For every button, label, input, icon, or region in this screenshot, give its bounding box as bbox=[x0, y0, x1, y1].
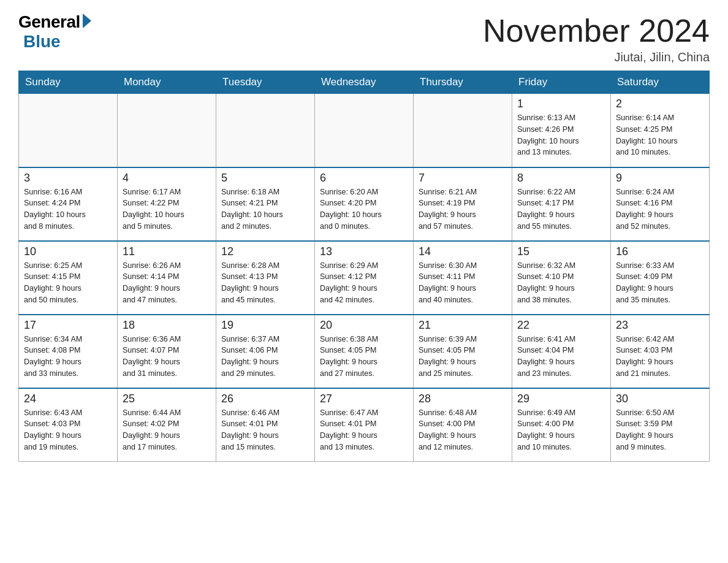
calendar-week-2: 3Sunrise: 6:16 AMSunset: 4:24 PMDaylight… bbox=[19, 167, 710, 241]
calendar-week-5: 24Sunrise: 6:43 AMSunset: 4:03 PMDayligh… bbox=[19, 388, 710, 462]
day-number: 4 bbox=[123, 172, 211, 185]
calendar-cell: 6Sunrise: 6:20 AMSunset: 4:20 PMDaylight… bbox=[315, 167, 414, 241]
weekday-header-sunday: Sunday bbox=[19, 71, 118, 94]
day-number: 23 bbox=[616, 319, 704, 332]
day-info: Sunrise: 6:43 AMSunset: 4:03 PMDaylight:… bbox=[24, 407, 112, 453]
calendar-cell: 7Sunrise: 6:21 AMSunset: 4:19 PMDaylight… bbox=[414, 167, 512, 241]
day-number: 15 bbox=[517, 245, 605, 258]
day-info: Sunrise: 6:25 AMSunset: 4:15 PMDaylight:… bbox=[24, 260, 112, 306]
calendar-cell: 16Sunrise: 6:33 AMSunset: 4:09 PMDayligh… bbox=[611, 241, 710, 315]
title-section: November 2024 Jiutai, Jilin, China bbox=[483, 12, 710, 64]
calendar: SundayMondayTuesdayWednesdayThursdayFrid… bbox=[18, 71, 710, 462]
weekday-header-thursday: Thursday bbox=[414, 71, 512, 94]
day-info: Sunrise: 6:20 AMSunset: 4:20 PMDaylight:… bbox=[320, 186, 408, 232]
day-info: Sunrise: 6:34 AMSunset: 4:08 PMDaylight:… bbox=[24, 334, 112, 380]
day-number: 17 bbox=[24, 319, 112, 332]
day-number: 29 bbox=[517, 393, 605, 405]
calendar-cell: 11Sunrise: 6:26 AMSunset: 4:14 PMDayligh… bbox=[118, 241, 216, 315]
calendar-cell: 30Sunrise: 6:50 AMSunset: 3:59 PMDayligh… bbox=[611, 388, 710, 462]
calendar-cell: 9Sunrise: 6:24 AMSunset: 4:16 PMDaylight… bbox=[611, 167, 710, 241]
day-number: 27 bbox=[320, 393, 408, 405]
day-info: Sunrise: 6:47 AMSunset: 4:01 PMDaylight:… bbox=[320, 407, 408, 453]
calendar-cell: 12Sunrise: 6:28 AMSunset: 4:13 PMDayligh… bbox=[216, 241, 315, 315]
day-number: 13 bbox=[320, 245, 408, 258]
calendar-cell: 18Sunrise: 6:36 AMSunset: 4:07 PMDayligh… bbox=[118, 315, 216, 388]
calendar-cell: 25Sunrise: 6:44 AMSunset: 4:02 PMDayligh… bbox=[118, 388, 216, 462]
calendar-cell: 8Sunrise: 6:22 AMSunset: 4:17 PMDaylight… bbox=[512, 167, 611, 241]
calendar-cell bbox=[19, 94, 118, 167]
day-number: 19 bbox=[221, 319, 309, 332]
day-info: Sunrise: 6:39 AMSunset: 4:05 PMDaylight:… bbox=[419, 334, 507, 380]
calendar-cell: 2Sunrise: 6:14 AMSunset: 4:25 PMDaylight… bbox=[611, 94, 710, 167]
calendar-cell bbox=[414, 94, 512, 167]
day-info: Sunrise: 6:42 AMSunset: 4:03 PMDaylight:… bbox=[616, 334, 704, 380]
day-info: Sunrise: 6:30 AMSunset: 4:11 PMDaylight:… bbox=[419, 260, 507, 306]
calendar-cell: 1Sunrise: 6:13 AMSunset: 4:26 PMDaylight… bbox=[512, 94, 611, 167]
month-title: November 2024 bbox=[483, 12, 710, 49]
day-info: Sunrise: 6:38 AMSunset: 4:05 PMDaylight:… bbox=[320, 334, 408, 380]
calendar-cell: 20Sunrise: 6:38 AMSunset: 4:05 PMDayligh… bbox=[315, 315, 414, 388]
calendar-cell bbox=[315, 94, 414, 167]
calendar-cell bbox=[216, 94, 315, 167]
weekday-header-tuesday: Tuesday bbox=[216, 71, 315, 94]
calendar-cell: 22Sunrise: 6:41 AMSunset: 4:04 PMDayligh… bbox=[512, 315, 611, 388]
calendar-cell: 24Sunrise: 6:43 AMSunset: 4:03 PMDayligh… bbox=[19, 388, 118, 462]
day-number: 11 bbox=[123, 245, 211, 258]
calendar-cell: 15Sunrise: 6:32 AMSunset: 4:10 PMDayligh… bbox=[512, 241, 611, 315]
day-info: Sunrise: 6:33 AMSunset: 4:09 PMDaylight:… bbox=[616, 260, 704, 306]
day-info: Sunrise: 6:29 AMSunset: 4:12 PMDaylight:… bbox=[320, 260, 408, 306]
day-number: 30 bbox=[616, 393, 704, 405]
day-info: Sunrise: 6:21 AMSunset: 4:19 PMDaylight:… bbox=[419, 186, 507, 232]
day-info: Sunrise: 6:16 AMSunset: 4:24 PMDaylight:… bbox=[24, 186, 112, 232]
day-number: 10 bbox=[24, 245, 112, 258]
day-number: 16 bbox=[616, 245, 704, 258]
calendar-week-4: 17Sunrise: 6:34 AMSunset: 4:08 PMDayligh… bbox=[19, 315, 710, 388]
location: Jiutai, Jilin, China bbox=[483, 50, 710, 64]
day-info: Sunrise: 6:14 AMSunset: 4:25 PMDaylight:… bbox=[616, 112, 704, 158]
day-number: 20 bbox=[320, 319, 408, 332]
day-number: 9 bbox=[616, 172, 704, 185]
page-header: General Blue November 2024 Jiutai, Jilin… bbox=[18, 12, 710, 64]
calendar-cell bbox=[118, 94, 216, 167]
calendar-cell: 19Sunrise: 6:37 AMSunset: 4:06 PMDayligh… bbox=[216, 315, 315, 388]
day-number: 22 bbox=[517, 319, 605, 332]
day-info: Sunrise: 6:46 AMSunset: 4:01 PMDaylight:… bbox=[221, 407, 309, 453]
day-number: 8 bbox=[517, 172, 605, 185]
logo-top: General bbox=[18, 12, 91, 32]
calendar-cell: 28Sunrise: 6:48 AMSunset: 4:00 PMDayligh… bbox=[414, 388, 512, 462]
day-info: Sunrise: 6:28 AMSunset: 4:13 PMDaylight:… bbox=[221, 260, 309, 306]
calendar-cell: 17Sunrise: 6:34 AMSunset: 4:08 PMDayligh… bbox=[19, 315, 118, 388]
day-number: 26 bbox=[221, 393, 309, 405]
day-number: 7 bbox=[419, 172, 507, 185]
day-info: Sunrise: 6:17 AMSunset: 4:22 PMDaylight:… bbox=[123, 186, 211, 232]
calendar-cell: 5Sunrise: 6:18 AMSunset: 4:21 PMDaylight… bbox=[216, 167, 315, 241]
day-info: Sunrise: 6:22 AMSunset: 4:17 PMDaylight:… bbox=[517, 186, 605, 232]
day-info: Sunrise: 6:49 AMSunset: 4:00 PMDaylight:… bbox=[517, 407, 605, 453]
calendar-week-1: 1Sunrise: 6:13 AMSunset: 4:26 PMDaylight… bbox=[19, 94, 710, 167]
day-number: 6 bbox=[320, 172, 408, 185]
weekday-header-friday: Friday bbox=[512, 71, 611, 94]
weekday-header-wednesday: Wednesday bbox=[315, 71, 414, 94]
logo-arrow-icon bbox=[83, 13, 91, 28]
day-info: Sunrise: 6:13 AMSunset: 4:26 PMDaylight:… bbox=[517, 112, 605, 158]
calendar-cell: 23Sunrise: 6:42 AMSunset: 4:03 PMDayligh… bbox=[611, 315, 710, 388]
day-info: Sunrise: 6:37 AMSunset: 4:06 PMDaylight:… bbox=[221, 334, 309, 380]
calendar-header-row: SundayMondayTuesdayWednesdayThursdayFrid… bbox=[19, 71, 710, 94]
calendar-cell: 29Sunrise: 6:49 AMSunset: 4:00 PMDayligh… bbox=[512, 388, 611, 462]
day-info: Sunrise: 6:41 AMSunset: 4:04 PMDaylight:… bbox=[517, 334, 605, 380]
day-number: 24 bbox=[24, 393, 112, 405]
day-info: Sunrise: 6:26 AMSunset: 4:14 PMDaylight:… bbox=[123, 260, 211, 306]
calendar-cell: 14Sunrise: 6:30 AMSunset: 4:11 PMDayligh… bbox=[414, 241, 512, 315]
day-number: 18 bbox=[123, 319, 211, 332]
logo-blue-text: Blue bbox=[23, 32, 61, 52]
day-number: 1 bbox=[517, 98, 605, 110]
day-number: 2 bbox=[616, 98, 704, 110]
day-number: 25 bbox=[123, 393, 211, 405]
day-info: Sunrise: 6:18 AMSunset: 4:21 PMDaylight:… bbox=[221, 186, 309, 232]
logo: General Blue bbox=[18, 12, 91, 52]
day-info: Sunrise: 6:32 AMSunset: 4:10 PMDaylight:… bbox=[517, 260, 605, 306]
day-number: 12 bbox=[221, 245, 309, 258]
day-info: Sunrise: 6:24 AMSunset: 4:16 PMDaylight:… bbox=[616, 186, 704, 232]
day-info: Sunrise: 6:36 AMSunset: 4:07 PMDaylight:… bbox=[123, 334, 211, 380]
weekday-header-monday: Monday bbox=[118, 71, 216, 94]
